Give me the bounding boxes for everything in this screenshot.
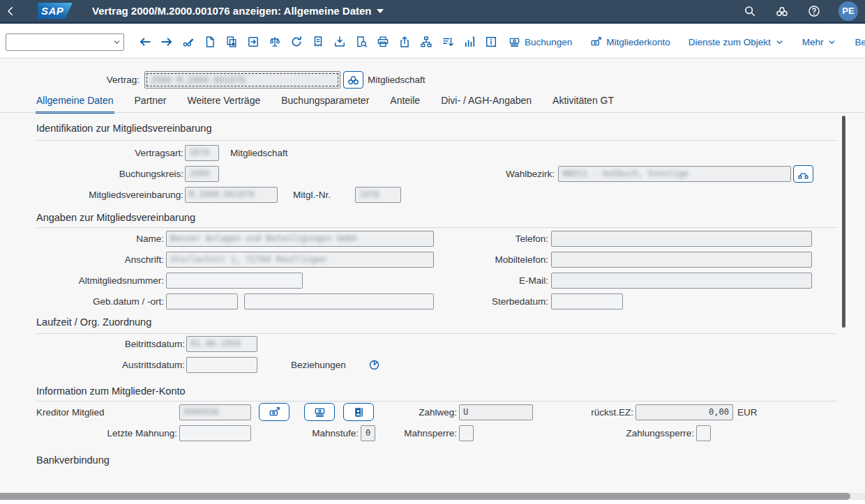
tab-weitere-vertraege[interactable]: Weitere Verträge: [186, 91, 261, 114]
command-field-input[interactable]: [6, 33, 124, 51]
buchungskreis-label: Buchungskreis:: [36, 166, 183, 182]
wahlbezirk-hierarchy-button[interactable]: [793, 165, 813, 183]
export-button[interactable]: [393, 31, 415, 52]
tab-strip: Allgemeine Daten Partner Weitere Verträg…: [36, 91, 615, 114]
binoculars-button[interactable]: [774, 3, 790, 19]
rueckstez-field[interactable]: 0,00: [635, 404, 733, 420]
toolbar-icon-strip: [134, 31, 502, 52]
zahlungssperre-field[interactable]: [696, 425, 711, 441]
hierarchy-button[interactable]: [415, 31, 437, 52]
tab-divi-agh-angaben[interactable]: Divi- / AGH-Angaben: [440, 91, 532, 114]
altmitgliedsnummer-field[interactable]: [166, 273, 303, 289]
name-field[interactable]: Benzer Anlagen und Beteiligungen GmbH: [166, 231, 434, 247]
beziehungen-button[interactable]: [368, 359, 380, 371]
anschrift-field[interactable]: Storlachstr 1, 72760 Reutlingen: [166, 252, 434, 268]
austrittsdatum-field[interactable]: [186, 357, 257, 373]
sort-button[interactable]: [437, 31, 458, 52]
create-page-button[interactable]: [199, 31, 220, 52]
mahnstufe-field[interactable]: 0: [361, 425, 375, 441]
search-button[interactable]: [742, 3, 758, 19]
doc-search-button[interactable]: [350, 31, 372, 52]
section-title-laufzeit: Laufzeit / Org. Zuordnung: [36, 316, 151, 328]
info-button[interactable]: [480, 31, 502, 52]
zahlweg-field[interactable]: U: [459, 404, 533, 420]
inbox-icon: [333, 36, 346, 48]
back-navigation-button[interactable]: [0, 0, 21, 23]
title-dropdown-caret-icon: [377, 9, 384, 13]
kreditor-field[interactable]: 9000938: [179, 404, 251, 420]
tab-aktivitaeten-gt[interactable]: Aktivitäten GT: [552, 91, 615, 114]
stats-button[interactable]: [458, 31, 480, 52]
beitrittsdatum-field[interactable]: 01.06.1950: [186, 336, 257, 352]
print-button[interactable]: [372, 31, 393, 52]
mobiltelefon-field[interactable]: [551, 252, 812, 268]
vertical-scrollbar-thumb[interactable]: [842, 116, 845, 328]
app-title-menu[interactable]: Vertrag 2000/M.2000.001076 anzeigen: All…: [92, 5, 384, 17]
buchungen-anzeigen-button[interactable]: [304, 403, 335, 421]
letzte-mahnung-field[interactable]: [179, 425, 251, 441]
vertragsart-field[interactable]: 1070: [185, 145, 219, 161]
user-avatar[interactable]: PE: [838, 1, 858, 21]
export-icon: [398, 36, 411, 48]
sap-logo: SAP: [38, 3, 73, 19]
tab-anteile[interactable]: Anteile: [389, 91, 421, 114]
rueckstez-label: rückst.EZ:: [564, 404, 633, 420]
section-divider: [36, 140, 837, 141]
horizontal-scrollbar-thumb[interactable]: [0, 493, 850, 500]
beenden-button[interactable]: Beenden: [855, 37, 865, 47]
copy-page-button[interactable]: [220, 31, 242, 52]
inbox-button[interactable]: [329, 31, 350, 52]
mitglnr-label: Mitgl.-Nr.: [293, 187, 349, 203]
sterbedatum-field[interactable]: [551, 293, 623, 310]
dienste-zum-objekt-button[interactable]: Dienste zum Objekt: [689, 37, 784, 47]
command-field-dropdown-button[interactable]: [110, 35, 123, 49]
arrow-right-button[interactable]: [156, 31, 177, 52]
sort-icon: [442, 36, 454, 48]
tab-buchungsparameter[interactable]: Buchungsparameter: [280, 91, 370, 114]
gebort-field[interactable]: [244, 293, 434, 310]
mitgliederkonto-button[interactable]: Mitgliederkonto: [590, 36, 670, 48]
mehr-button[interactable]: Mehr: [802, 37, 837, 47]
mitglnr-field[interactable]: 1076: [355, 187, 401, 203]
help-icon: [808, 5, 820, 17]
mahnsperre-field[interactable]: [459, 425, 474, 441]
mitgliederkonto-navigate-button[interactable]: [259, 403, 289, 421]
sap-window: SAP Vertrag 2000/M.2000.001076 anzeigen:…: [0, 0, 865, 504]
scales-icon: [269, 36, 281, 48]
copy-page-icon: [225, 36, 238, 48]
telefon-label: Telefon:: [444, 231, 548, 247]
vertrag-input[interactable]: 2000 M.2000.001076: [144, 71, 340, 89]
beenden-label: Beenden: [855, 37, 865, 47]
buchungskreis-field[interactable]: 2000: [185, 166, 219, 182]
kreditor-stammdaten-button[interactable]: [343, 403, 374, 421]
stats-icon: [463, 36, 476, 48]
copy-to-button[interactable]: [242, 31, 264, 52]
kreditor-value: 9000938: [183, 407, 219, 417]
arrow-left-button[interactable]: [134, 31, 156, 52]
gebdatum-field[interactable]: [166, 293, 238, 310]
chevron-down-icon: [827, 38, 836, 47]
vertrag-label: Vertrag:: [70, 72, 140, 88]
services-button[interactable]: [307, 31, 329, 52]
buchungen-button[interactable]: Buchungen: [509, 36, 572, 48]
tab-partner[interactable]: Partner: [134, 91, 167, 114]
mitgliedsvereinbarung-value: M.2000.001076: [189, 190, 255, 199]
arrow-right-icon: [160, 36, 173, 48]
tab-allgemeine-daten[interactable]: Allgemeine Daten: [36, 91, 114, 114]
telefon-field[interactable]: [551, 231, 812, 247]
dienste-zum-objekt-label: Dienste zum Objekt: [689, 37, 771, 47]
zahlweg-value: U: [463, 407, 468, 417]
refresh-button[interactable]: [285, 31, 307, 52]
copy-to-icon: [247, 36, 260, 48]
binoculars-icon: [347, 74, 359, 86]
email-field[interactable]: [551, 273, 812, 289]
rueckstez-value: 0,00: [709, 407, 729, 417]
create-page-icon: [204, 36, 216, 48]
display-vertrag-button[interactable]: [343, 71, 363, 89]
help-button[interactable]: [806, 3, 822, 19]
wahlbezirk-field[interactable]: WB011 - Hohbuch, Sonstige: [558, 166, 791, 182]
display-change-button[interactable]: [177, 31, 199, 52]
horizontal-scrollbar-track: [0, 493, 865, 500]
scales-button[interactable]: [264, 31, 285, 52]
mitgliedsvereinbarung-field[interactable]: M.2000.001076: [185, 187, 278, 203]
